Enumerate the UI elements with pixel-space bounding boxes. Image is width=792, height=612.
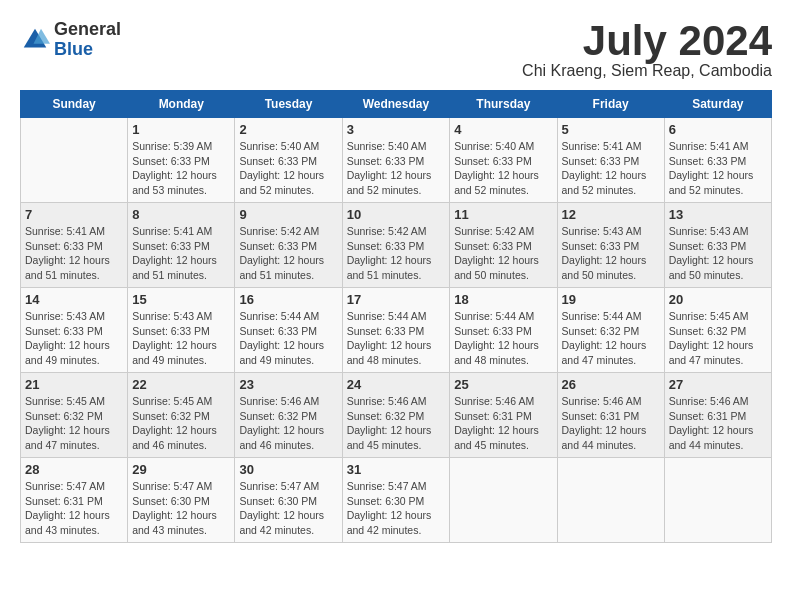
day-info: Sunrise: 5:45 AMSunset: 6:32 PMDaylight:… — [25, 394, 123, 453]
day-number: 30 — [239, 462, 337, 477]
day-number: 14 — [25, 292, 123, 307]
calendar-cell: 13Sunrise: 5:43 AMSunset: 6:33 PMDayligh… — [664, 203, 771, 288]
day-number: 11 — [454, 207, 552, 222]
day-number: 8 — [132, 207, 230, 222]
day-info: Sunrise: 5:43 AMSunset: 6:33 PMDaylight:… — [25, 309, 123, 368]
month-title: July 2024 — [522, 20, 772, 62]
day-info: Sunrise: 5:40 AMSunset: 6:33 PMDaylight:… — [239, 139, 337, 198]
logo-general-text: General — [54, 20, 121, 40]
calendar-cell: 19Sunrise: 5:44 AMSunset: 6:32 PMDayligh… — [557, 288, 664, 373]
calendar-cell: 3Sunrise: 5:40 AMSunset: 6:33 PMDaylight… — [342, 118, 450, 203]
column-header-wednesday: Wednesday — [342, 91, 450, 118]
calendar-cell: 4Sunrise: 5:40 AMSunset: 6:33 PMDaylight… — [450, 118, 557, 203]
calendar-cell: 15Sunrise: 5:43 AMSunset: 6:33 PMDayligh… — [128, 288, 235, 373]
column-header-thursday: Thursday — [450, 91, 557, 118]
column-header-monday: Monday — [128, 91, 235, 118]
column-header-friday: Friday — [557, 91, 664, 118]
location-title: Chi Kraeng, Siem Reap, Cambodia — [522, 62, 772, 80]
calendar-cell: 12Sunrise: 5:43 AMSunset: 6:33 PMDayligh… — [557, 203, 664, 288]
calendar-cell — [664, 458, 771, 543]
day-number: 17 — [347, 292, 446, 307]
calendar-cell: 2Sunrise: 5:40 AMSunset: 6:33 PMDaylight… — [235, 118, 342, 203]
day-info: Sunrise: 5:41 AMSunset: 6:33 PMDaylight:… — [132, 224, 230, 283]
calendar-cell: 31Sunrise: 5:47 AMSunset: 6:30 PMDayligh… — [342, 458, 450, 543]
day-number: 4 — [454, 122, 552, 137]
calendar-cell: 16Sunrise: 5:44 AMSunset: 6:33 PMDayligh… — [235, 288, 342, 373]
day-info: Sunrise: 5:41 AMSunset: 6:33 PMDaylight:… — [562, 139, 660, 198]
week-row-1: 1Sunrise: 5:39 AMSunset: 6:33 PMDaylight… — [21, 118, 772, 203]
day-number: 22 — [132, 377, 230, 392]
week-row-2: 7Sunrise: 5:41 AMSunset: 6:33 PMDaylight… — [21, 203, 772, 288]
day-number: 1 — [132, 122, 230, 137]
day-number: 19 — [562, 292, 660, 307]
calendar-cell: 14Sunrise: 5:43 AMSunset: 6:33 PMDayligh… — [21, 288, 128, 373]
day-info: Sunrise: 5:44 AMSunset: 6:33 PMDaylight:… — [347, 309, 446, 368]
calendar-cell: 27Sunrise: 5:46 AMSunset: 6:31 PMDayligh… — [664, 373, 771, 458]
day-info: Sunrise: 5:47 AMSunset: 6:30 PMDaylight:… — [347, 479, 446, 538]
day-info: Sunrise: 5:44 AMSunset: 6:33 PMDaylight:… — [239, 309, 337, 368]
day-number: 26 — [562, 377, 660, 392]
week-row-3: 14Sunrise: 5:43 AMSunset: 6:33 PMDayligh… — [21, 288, 772, 373]
day-number: 23 — [239, 377, 337, 392]
day-info: Sunrise: 5:45 AMSunset: 6:32 PMDaylight:… — [132, 394, 230, 453]
calendar-cell: 10Sunrise: 5:42 AMSunset: 6:33 PMDayligh… — [342, 203, 450, 288]
day-number: 24 — [347, 377, 446, 392]
day-info: Sunrise: 5:47 AMSunset: 6:30 PMDaylight:… — [132, 479, 230, 538]
day-number: 7 — [25, 207, 123, 222]
day-number: 25 — [454, 377, 552, 392]
day-info: Sunrise: 5:46 AMSunset: 6:32 PMDaylight:… — [347, 394, 446, 453]
day-info: Sunrise: 5:46 AMSunset: 6:31 PMDaylight:… — [562, 394, 660, 453]
day-number: 18 — [454, 292, 552, 307]
day-number: 2 — [239, 122, 337, 137]
calendar-cell: 24Sunrise: 5:46 AMSunset: 6:32 PMDayligh… — [342, 373, 450, 458]
day-info: Sunrise: 5:44 AMSunset: 6:32 PMDaylight:… — [562, 309, 660, 368]
day-number: 27 — [669, 377, 767, 392]
week-row-4: 21Sunrise: 5:45 AMSunset: 6:32 PMDayligh… — [21, 373, 772, 458]
day-info: Sunrise: 5:41 AMSunset: 6:33 PMDaylight:… — [669, 139, 767, 198]
day-number: 21 — [25, 377, 123, 392]
calendar-cell: 7Sunrise: 5:41 AMSunset: 6:33 PMDaylight… — [21, 203, 128, 288]
day-number: 3 — [347, 122, 446, 137]
calendar-cell: 5Sunrise: 5:41 AMSunset: 6:33 PMDaylight… — [557, 118, 664, 203]
calendar-cell: 8Sunrise: 5:41 AMSunset: 6:33 PMDaylight… — [128, 203, 235, 288]
day-number: 12 — [562, 207, 660, 222]
logo-text: General Blue — [54, 20, 121, 60]
day-info: Sunrise: 5:46 AMSunset: 6:31 PMDaylight:… — [454, 394, 552, 453]
day-number: 29 — [132, 462, 230, 477]
day-number: 16 — [239, 292, 337, 307]
header-row: SundayMondayTuesdayWednesdayThursdayFrid… — [21, 91, 772, 118]
day-number: 20 — [669, 292, 767, 307]
calendar-table: SundayMondayTuesdayWednesdayThursdayFrid… — [20, 90, 772, 543]
day-info: Sunrise: 5:39 AMSunset: 6:33 PMDaylight:… — [132, 139, 230, 198]
calendar-cell: 22Sunrise: 5:45 AMSunset: 6:32 PMDayligh… — [128, 373, 235, 458]
day-info: Sunrise: 5:43 AMSunset: 6:33 PMDaylight:… — [562, 224, 660, 283]
calendar-cell: 6Sunrise: 5:41 AMSunset: 6:33 PMDaylight… — [664, 118, 771, 203]
day-info: Sunrise: 5:46 AMSunset: 6:31 PMDaylight:… — [669, 394, 767, 453]
day-info: Sunrise: 5:42 AMSunset: 6:33 PMDaylight:… — [454, 224, 552, 283]
day-number: 31 — [347, 462, 446, 477]
day-info: Sunrise: 5:42 AMSunset: 6:33 PMDaylight:… — [239, 224, 337, 283]
title-area: July 2024 Chi Kraeng, Siem Reap, Cambodi… — [522, 20, 772, 80]
calendar-cell: 1Sunrise: 5:39 AMSunset: 6:33 PMDaylight… — [128, 118, 235, 203]
column-header-sunday: Sunday — [21, 91, 128, 118]
day-number: 13 — [669, 207, 767, 222]
calendar-cell: 25Sunrise: 5:46 AMSunset: 6:31 PMDayligh… — [450, 373, 557, 458]
day-info: Sunrise: 5:40 AMSunset: 6:33 PMDaylight:… — [347, 139, 446, 198]
logo: General Blue — [20, 20, 121, 60]
day-number: 28 — [25, 462, 123, 477]
column-header-saturday: Saturday — [664, 91, 771, 118]
day-info: Sunrise: 5:44 AMSunset: 6:33 PMDaylight:… — [454, 309, 552, 368]
week-row-5: 28Sunrise: 5:47 AMSunset: 6:31 PMDayligh… — [21, 458, 772, 543]
calendar-cell: 11Sunrise: 5:42 AMSunset: 6:33 PMDayligh… — [450, 203, 557, 288]
day-number: 5 — [562, 122, 660, 137]
day-info: Sunrise: 5:47 AMSunset: 6:30 PMDaylight:… — [239, 479, 337, 538]
day-number: 15 — [132, 292, 230, 307]
day-info: Sunrise: 5:46 AMSunset: 6:32 PMDaylight:… — [239, 394, 337, 453]
day-number: 10 — [347, 207, 446, 222]
calendar-cell: 17Sunrise: 5:44 AMSunset: 6:33 PMDayligh… — [342, 288, 450, 373]
day-info: Sunrise: 5:40 AMSunset: 6:33 PMDaylight:… — [454, 139, 552, 198]
day-number: 9 — [239, 207, 337, 222]
day-info: Sunrise: 5:42 AMSunset: 6:33 PMDaylight:… — [347, 224, 446, 283]
calendar-cell: 30Sunrise: 5:47 AMSunset: 6:30 PMDayligh… — [235, 458, 342, 543]
calendar-cell: 29Sunrise: 5:47 AMSunset: 6:30 PMDayligh… — [128, 458, 235, 543]
